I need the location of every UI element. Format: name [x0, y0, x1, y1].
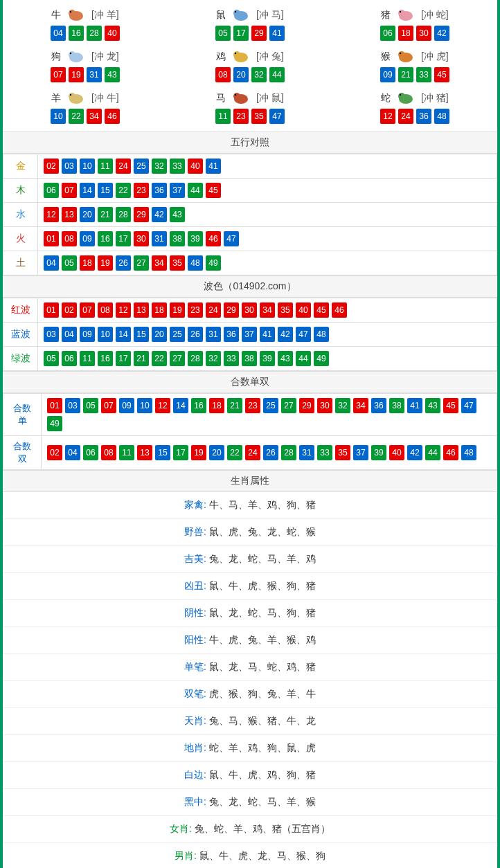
number-ball: 19 [191, 445, 206, 460]
row-numbers: 0204060811131517192022242628313335373940… [42, 436, 497, 470]
row-numbers: 04051819262734354849 [38, 251, 497, 275]
attr-row: 野兽:鼠、虎、兔、龙、蛇、猴 [3, 519, 497, 546]
section-wuxing-title: 五行对照 [3, 132, 497, 154]
number-ball: 35 [170, 255, 185, 271]
number-ball: 22 [116, 183, 131, 198]
number-ball: 09 [80, 327, 95, 342]
svg-point-8 [400, 11, 401, 12]
number-ball: 04 [65, 445, 80, 460]
attr-value: 兔、蛇、羊、鸡、猪（五宫肖） [195, 823, 330, 834]
number-ball: 05 [62, 255, 77, 271]
number-ball: 28 [87, 26, 102, 41]
row-label: 红波 [3, 298, 38, 323]
heshu-table: 合数单 010305070910121416182123252729303234… [3, 393, 497, 470]
zodiac-title: 鸡 [冲 兔] [168, 49, 332, 64]
zodiac-chong: [冲 猪] [421, 92, 449, 103]
attr-value: 蛇、羊、鸡、狗、鼠、虎 [209, 742, 316, 753]
wuxing-table: 金 02031011242532334041 木 060714152223363… [3, 154, 497, 275]
section-bose-title: 波色（014902.com） [3, 275, 497, 298]
number-ball: 26 [188, 327, 203, 342]
number-ball: 22 [227, 445, 242, 460]
number-ball: 05 [44, 351, 59, 366]
number-ball: 36 [152, 183, 167, 198]
attr-row: 单笔:鼠、龙、马、蛇、鸡、猪 [3, 654, 497, 681]
svg-point-20 [70, 94, 71, 96]
zodiac-numbers: 10223446 [3, 109, 168, 124]
table-row: 绿波 05061116172122272832333839434449 [3, 347, 497, 371]
attr-key: 阴性: [184, 607, 206, 618]
attr-value: 牛、虎、兔、羊、猴、鸡 [209, 634, 316, 645]
number-ball: 47 [296, 327, 311, 342]
number-ball: 02 [44, 159, 59, 174]
attr-value: 鼠、虎、兔、龙、蛇、猴 [209, 526, 316, 537]
zodiac-cell: 鼠 [冲 马] 05172941 [168, 3, 332, 45]
number-ball: 12 [155, 398, 170, 413]
number-ball: 27 [134, 255, 149, 271]
number-ball: 42 [434, 26, 449, 41]
table-row: 红波 0102070812131819232429303435404546 [3, 298, 497, 323]
row-numbers: 1213202128294243 [38, 203, 497, 227]
main-container: 牛 [冲 羊] 04162840 鼠 [冲 马] 05172941 猪 [冲 蛇… [0, 0, 500, 868]
number-ball: 18 [80, 255, 95, 271]
attr-row: 双笔:虎、猴、狗、兔、羊、牛 [3, 681, 497, 708]
row-label: 火 [3, 227, 38, 251]
number-ball: 20 [209, 445, 224, 460]
number-ball: 31 [299, 445, 314, 460]
number-ball: 28 [188, 351, 203, 366]
zodiac-numbers: 08203244 [168, 67, 332, 82]
attr-row: 阴性:鼠、龙、蛇、马、狗、猪 [3, 600, 497, 627]
number-ball: 27 [281, 398, 296, 413]
number-ball: 34 [87, 109, 102, 124]
zodiac-cell: 狗 [冲 龙] 07193143 [3, 45, 168, 87]
svg-point-16 [398, 51, 405, 58]
number-ball: 32 [335, 398, 350, 413]
number-ball: 43 [170, 207, 185, 222]
number-ball: 15 [98, 183, 113, 198]
row-numbers: 0103050709101214161821232527293032343638… [42, 394, 497, 436]
attr-value: 虎、猴、狗、兔、羊、牛 [209, 688, 316, 699]
number-ball: 10 [137, 398, 152, 413]
svg-point-26 [400, 94, 401, 96]
zodiac-cell: 猪 [冲 蛇] 06183042 [332, 3, 497, 45]
attr-row: 吉美:兔、龙、蛇、马、羊、鸡 [3, 546, 497, 573]
number-ball: 08 [62, 231, 77, 246]
zodiac-name: 鼠 [216, 9, 226, 20]
number-ball: 32 [206, 351, 221, 366]
number-ball: 30 [242, 302, 257, 318]
zodiac-icon [395, 91, 417, 106]
number-ball: 22 [69, 109, 84, 124]
zodiac-numbers: 09213345 [332, 67, 497, 82]
number-ball: 18 [209, 398, 224, 413]
number-ball: 25 [263, 398, 278, 413]
attr-value: 鼠、牛、虎、猴、狗、猪 [209, 580, 316, 591]
number-ball: 07 [80, 302, 95, 318]
number-ball: 12 [380, 109, 395, 124]
number-ball: 12 [116, 302, 131, 318]
svg-point-23 [235, 94, 236, 96]
number-ball: 04 [44, 255, 59, 271]
number-ball: 40 [105, 26, 120, 41]
row-label: 土 [3, 251, 38, 275]
number-ball: 20 [233, 67, 249, 82]
section-heshu-title: 合数单双 [3, 371, 497, 393]
zodiac-chong: [冲 羊] [91, 9, 119, 20]
attr-row: 女肖:兔、蛇、羊、鸡、猪（五宫肖） [3, 816, 497, 843]
number-ball: 17 [173, 445, 188, 460]
row-numbers: 05061116172122272832333839434449 [38, 347, 497, 371]
number-ball: 19 [69, 67, 84, 82]
zodiac-icon [230, 8, 252, 23]
number-ball: 30 [416, 26, 431, 41]
attr-row: 黑中:兔、龙、蛇、马、羊、猴 [3, 789, 497, 816]
number-ball: 44 [188, 183, 203, 198]
svg-point-17 [400, 53, 401, 54]
zodiac-name: 猪 [381, 9, 391, 20]
row-numbers: 02031011242532334041 [38, 154, 497, 179]
number-ball: 10 [80, 159, 95, 174]
number-ball: 05 [215, 26, 231, 41]
number-ball: 26 [116, 255, 131, 271]
zodiac-chong: [冲 马] [256, 9, 284, 20]
zodiac-cell: 蛇 [冲 猪] 12243648 [332, 87, 497, 128]
attr-key: 凶丑: [184, 580, 206, 591]
number-ball: 06 [380, 26, 395, 41]
number-ball: 37 [170, 183, 185, 198]
